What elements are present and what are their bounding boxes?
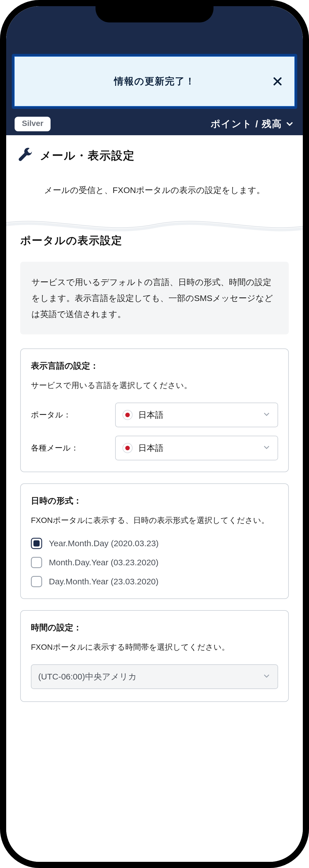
date-format-option-2[interactable]: Day.Month.Year (23.03.2020)	[31, 576, 278, 587]
date-format-option-1[interactable]: Month.Day.Year (03.23.2020)	[31, 557, 278, 568]
phone-notch	[95, 6, 214, 23]
language-card: 表示言語の設定： サービスで用いる言語を選択してください。 ポータル： 日本語	[20, 348, 289, 472]
radio-checked-icon	[31, 538, 42, 549]
mail-language-label: 各種メール：	[31, 443, 110, 453]
mail-language-value: 日本語	[138, 442, 164, 454]
section-description: メールの受信と、FXONポータルの表示の設定をします。	[6, 177, 303, 209]
mail-language-row: 各種メール： 日本語	[31, 436, 278, 460]
timezone-value: (UTC-06:00)中央アメリカ	[38, 671, 137, 683]
date-format-option-label: Day.Month.Year (23.03.2020)	[49, 577, 159, 586]
portal-display-heading: ポータルの表示設定	[20, 234, 289, 248]
date-format-option-label: Year.Month.Day (2020.03.23)	[49, 539, 159, 548]
date-format-option-label: Month.Day.Year (03.23.2020)	[49, 558, 159, 567]
section-title: メール・表示設定	[40, 148, 135, 163]
close-icon[interactable]	[271, 75, 284, 88]
chevron-down-icon	[262, 410, 271, 420]
points-balance-toggle[interactable]: ポイント / 残高	[211, 118, 294, 130]
status-row: Silver ポイント / 残高	[6, 113, 303, 135]
language-title: 表示言語の設定：	[31, 360, 278, 372]
wrench-icon	[18, 148, 33, 163]
chevron-down-icon	[285, 119, 294, 129]
timezone-hint: FXONポータルに表示する時間帯を選択してください。	[31, 640, 278, 654]
portal-language-label: ポータル：	[31, 410, 110, 420]
content: ポータルの表示設定 サービスで用いるデフォルトの言語、日時の形式、時間の設定をし…	[6, 228, 303, 724]
timezone-title: 時間の設定：	[31, 622, 278, 633]
mail-language-select[interactable]: 日本語	[115, 436, 278, 460]
success-toast: 情報の更新完了！	[12, 54, 297, 109]
date-format-hint: FXONポータルに表示する、日時の表示形式を選択してください。	[31, 514, 278, 527]
chevron-down-icon	[262, 443, 271, 453]
chevron-down-icon	[262, 672, 271, 681]
tier-badge: Silver	[15, 117, 51, 131]
radio-unchecked-icon	[31, 576, 42, 587]
portal-display-info: サービスで用いるデフォルトの言語、日時の形式、時間の設定をします。表示言語を設定…	[20, 262, 289, 334]
timezone-select[interactable]: (UTC-06:00)中央アメリカ	[31, 664, 278, 689]
japan-flag-icon	[122, 443, 133, 453]
japan-flag-icon	[122, 410, 133, 420]
section-head: メール・表示設定	[6, 141, 303, 170]
portal-language-select[interactable]: 日本語	[115, 403, 278, 427]
portal-language-value: 日本語	[138, 409, 164, 421]
phone-frame: 情報の更新完了！ Silver ポイント / 残高	[0, 0, 309, 868]
date-format-title: 日時の形式：	[31, 495, 278, 507]
radio-unchecked-icon	[31, 557, 42, 568]
date-format-option-0[interactable]: Year.Month.Day (2020.03.23)	[31, 538, 278, 549]
date-format-card: 日時の形式： FXONポータルに表示する、日時の表示形式を選択してください。 Y…	[20, 484, 289, 599]
language-hint: サービスで用いる言語を選択してください。	[31, 378, 278, 393]
toast-message: 情報の更新完了！	[114, 75, 195, 88]
points-label: ポイント / 残高	[211, 118, 282, 130]
portal-language-row: ポータル： 日本語	[31, 403, 278, 427]
app-screen: 情報の更新完了！ Silver ポイント / 残高	[6, 6, 303, 862]
timezone-card: 時間の設定： FXONポータルに表示する時間帯を選択してください。 (UTC-0…	[20, 610, 289, 702]
